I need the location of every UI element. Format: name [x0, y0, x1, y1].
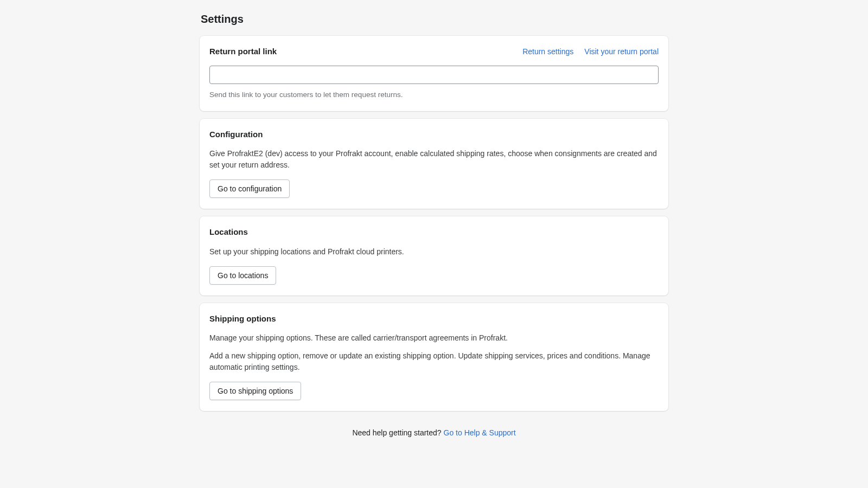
shipping-options-card: Shipping options Manage your shipping op… [200, 303, 668, 412]
return-portal-header: Return portal link Return settings Visit… [209, 46, 659, 58]
footer-help: Need help getting started? Go to Help & … [200, 427, 668, 439]
locations-description: Set up your shipping locations and Profr… [209, 246, 659, 258]
go-to-configuration-button[interactable]: Go to configuration [209, 179, 290, 198]
locations-title: Locations [209, 226, 248, 239]
footer-help-text: Need help getting started? [352, 428, 443, 437]
page-title: Settings [200, 11, 668, 27]
return-portal-url-input[interactable] [209, 66, 659, 84]
return-portal-help-text: Send this link to your customers to let … [209, 89, 659, 100]
locations-body: Set up your shipping locations and Profr… [209, 246, 659, 258]
return-portal-links: Return settings Visit your return portal [522, 46, 659, 57]
configuration-title: Configuration [209, 129, 263, 141]
help-support-link[interactable]: Go to Help & Support [444, 428, 516, 437]
settings-page: Settings Return portal link Return setti… [200, 0, 668, 460]
shipping-options-title: Shipping options [209, 313, 276, 325]
return-settings-link[interactable]: Return settings [522, 46, 573, 57]
configuration-card: Configuration Give ProfraktE2 (dev) acce… [200, 119, 668, 209]
locations-card: Locations Set up your shipping locations… [200, 216, 668, 296]
shipping-options-body: Manage your shipping options. These are … [209, 332, 659, 373]
return-portal-card: Return portal link Return settings Visit… [200, 36, 668, 111]
configuration-header: Configuration [209, 129, 659, 141]
go-to-locations-button[interactable]: Go to locations [209, 266, 276, 285]
go-to-shipping-options-button[interactable]: Go to shipping options [209, 382, 301, 400]
visit-return-portal-link[interactable]: Visit your return portal [584, 46, 659, 57]
shipping-options-header: Shipping options [209, 313, 659, 325]
return-portal-title: Return portal link [209, 46, 277, 58]
shipping-options-description-1: Manage your shipping options. These are … [209, 332, 659, 344]
configuration-description: Give ProfraktE2 (dev) access to your Pro… [209, 148, 659, 171]
locations-header: Locations [209, 226, 659, 239]
shipping-options-description-2: Add a new shipping option, remove or upd… [209, 350, 659, 373]
configuration-body: Give ProfraktE2 (dev) access to your Pro… [209, 148, 659, 171]
